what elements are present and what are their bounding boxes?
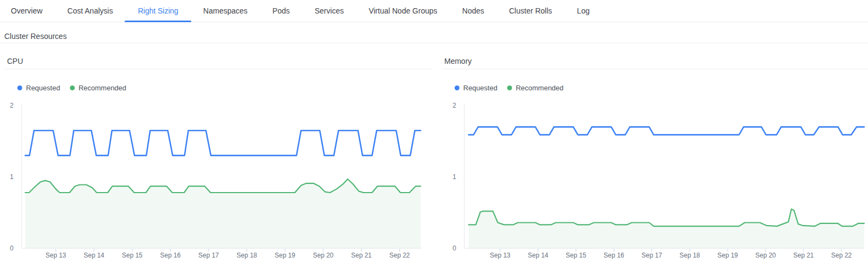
svg-text:Sep 22: Sep 22 — [831, 252, 852, 259]
svg-text:Sep 16: Sep 16 — [160, 252, 180, 259]
tab-namespaces[interactable]: Namespaces — [203, 0, 248, 22]
legend-label-recommended: Recommended — [516, 84, 563, 92]
svg-text:Sep 16: Sep 16 — [604, 252, 624, 259]
svg-text:Sep 13: Sep 13 — [490, 252, 510, 259]
svg-text:Sep 17: Sep 17 — [642, 252, 662, 259]
legend-label-recommended: Recommended — [79, 84, 126, 92]
legend-item-requested[interactable]: Requested — [455, 84, 497, 92]
svg-text:Sep 18: Sep 18 — [679, 252, 700, 259]
tab-nodes[interactable]: Nodes — [462, 0, 484, 22]
svg-text:Sep 20: Sep 20 — [755, 252, 776, 259]
svg-text:1: 1 — [452, 173, 456, 181]
svg-text:Sep 22: Sep 22 — [389, 252, 410, 259]
svg-text:Sep 19: Sep 19 — [717, 252, 738, 259]
memory-chart-legend: Requested Recommended — [455, 83, 868, 92]
svg-text:Sep 18: Sep 18 — [236, 252, 257, 259]
tab-cluster-rolls[interactable]: Cluster Rolls — [509, 0, 552, 22]
memory-chart-title: Memory — [442, 54, 868, 69]
svg-text:Sep 14: Sep 14 — [83, 252, 104, 259]
svg-text:Sep 17: Sep 17 — [198, 252, 219, 259]
tab-virtual-node-groups[interactable]: Virtual Node Groups — [368, 0, 437, 22]
requested-series-dot — [455, 85, 459, 90]
svg-text:1: 1 — [10, 173, 14, 181]
section-divider — [0, 43, 868, 43]
svg-text:Sep 21: Sep 21 — [793, 252, 814, 259]
requested-series-dot — [17, 85, 22, 90]
svg-text:Sep 13: Sep 13 — [46, 252, 66, 259]
recommended-series-dot — [507, 85, 512, 90]
tab-services[interactable]: Services — [315, 0, 344, 22]
cpu-chart-legend: Requested Recommended — [17, 83, 432, 92]
svg-text:Sep 21: Sep 21 — [351, 252, 372, 259]
cpu-chart-canvas: 012Sep 13Sep 14Sep 15Sep 16Sep 17Sep 18S… — [4, 97, 422, 260]
tab-bar: OverviewCost AnalysisRight SizingNamespa… — [0, 0, 868, 22]
tab-pods[interactable]: Pods — [273, 0, 290, 22]
memory-chart-canvas: 012Sep 13Sep 14Sep 15Sep 16Sep 17Sep 18S… — [442, 97, 868, 260]
svg-text:Sep 20: Sep 20 — [313, 252, 333, 259]
svg-text:0: 0 — [452, 245, 456, 252]
recommended-series-dot — [70, 85, 75, 90]
cpu-chart-title: CPU — [4, 54, 432, 69]
svg-text:2: 2 — [10, 102, 14, 109]
section-title: Cluster Resources — [4, 32, 67, 41]
svg-text:Sep 15: Sep 15 — [122, 252, 142, 259]
tab-cost-analysis[interactable]: Cost Analysis — [67, 0, 113, 22]
tab-overview[interactable]: Overview — [11, 0, 42, 22]
legend-item-requested[interactable]: Requested — [17, 84, 60, 92]
tab-right-sizing[interactable]: Right Sizing — [138, 0, 178, 22]
svg-text:Sep 19: Sep 19 — [275, 252, 295, 259]
legend-label-requested: Requested — [26, 84, 60, 92]
svg-text:2: 2 — [452, 102, 456, 109]
cpu-panel: CPU Requested Recommended 012Sep 13Sep 1… — [4, 54, 432, 260]
legend-item-recommended[interactable]: Recommended — [70, 84, 126, 92]
memory-panel: Memory Requested Recommended 012Sep 13Se… — [442, 54, 868, 260]
tab-log[interactable]: Log — [577, 0, 590, 22]
legend-item-recommended[interactable]: Recommended — [507, 84, 563, 92]
svg-text:Sep 15: Sep 15 — [566, 252, 586, 259]
legend-label-requested: Requested — [463, 84, 497, 92]
svg-text:0: 0 — [10, 245, 14, 252]
svg-text:Sep 14: Sep 14 — [528, 252, 548, 259]
